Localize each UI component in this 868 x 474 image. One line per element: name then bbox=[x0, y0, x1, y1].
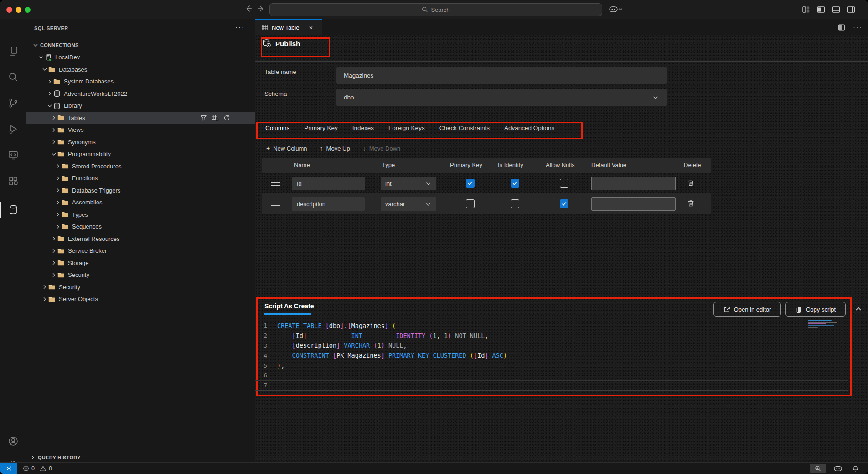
maximize-window-button[interactable] bbox=[25, 7, 31, 13]
move-down-button[interactable]: ↓ Move Down bbox=[363, 145, 401, 152]
source-control-icon[interactable] bbox=[0, 94, 26, 112]
query-history-section[interactable]: QUERY HISTORY bbox=[26, 453, 255, 462]
account-icon[interactable] bbox=[0, 432, 26, 450]
move-up-button[interactable]: ↑ Move Up bbox=[320, 145, 350, 152]
primary-key-checkbox[interactable] bbox=[466, 179, 475, 188]
tree-item-programmability[interactable]: Programmability bbox=[26, 148, 255, 161]
tree-item-types[interactable]: Types bbox=[26, 208, 255, 221]
customize-layout-icon[interactable] bbox=[801, 5, 811, 14]
publish-button[interactable]: Publish bbox=[262, 39, 300, 48]
minimap[interactable] bbox=[808, 319, 844, 331]
copilot-icon[interactable] bbox=[609, 5, 623, 14]
search-input[interactable]: Search bbox=[269, 3, 602, 16]
remote-indicator[interactable] bbox=[0, 463, 17, 474]
allow-nulls-checkbox[interactable] bbox=[560, 179, 568, 188]
is-identity-checkbox[interactable] bbox=[511, 179, 519, 188]
delete-trash-icon[interactable] bbox=[687, 179, 695, 187]
column-name-input[interactable] bbox=[292, 197, 365, 211]
sql-script-code[interactable]: 1CREATE TABLE [dbo].[Magazines] (2 [Id] … bbox=[255, 321, 848, 391]
close-icon[interactable]: × bbox=[309, 24, 313, 31]
refresh-icon[interactable] bbox=[223, 115, 230, 121]
code-line-7[interactable]: 7 bbox=[255, 380, 848, 391]
error-icon bbox=[23, 465, 29, 472]
tree-item-label: Types bbox=[72, 211, 88, 218]
designer-tab-advanced-options[interactable]: Advanced Options bbox=[504, 125, 554, 135]
more-actions-icon[interactable]: ··· bbox=[853, 23, 863, 31]
tree-item-database-triggers[interactable]: Database Triggers bbox=[26, 184, 255, 197]
copy-script-button[interactable]: Copy script bbox=[785, 302, 846, 317]
tree-item-synonyms[interactable]: Synonyms bbox=[26, 136, 255, 148]
tree-item-sequences[interactable]: Sequences bbox=[26, 221, 255, 233]
is-identity-checkbox[interactable] bbox=[511, 199, 519, 208]
notifications-bell-icon[interactable] bbox=[850, 464, 861, 473]
table-name-input[interactable] bbox=[336, 67, 666, 84]
code-line-6[interactable]: 6 bbox=[255, 370, 848, 380]
code-line-3[interactable]: 3 [description] VARCHAR (1) NULL, bbox=[255, 341, 848, 351]
column-name-input[interactable] bbox=[292, 177, 365, 190]
new-table-icon[interactable] bbox=[212, 114, 219, 121]
default-value-input[interactable] bbox=[591, 197, 676, 211]
panel-bottom-icon[interactable] bbox=[832, 5, 841, 14]
tree-item-tables[interactable]: Tables bbox=[26, 112, 255, 124]
tree-item-security[interactable]: Security bbox=[26, 269, 255, 281]
open-in-editor-button[interactable]: Open in editor bbox=[713, 302, 781, 317]
tree-item-localdev[interactable]: LocalDev bbox=[26, 52, 255, 64]
filter-icon[interactable] bbox=[200, 115, 207, 121]
tree-item-service-broker[interactable]: Service Broker bbox=[26, 245, 255, 257]
tree-item-views[interactable]: Views bbox=[26, 124, 255, 136]
zoom-indicator[interactable] bbox=[810, 464, 826, 473]
forward-icon[interactable] bbox=[257, 5, 265, 13]
tree-item-functions[interactable]: Functions bbox=[26, 172, 255, 185]
script-as-create-tab[interactable]: Script As Create bbox=[264, 302, 314, 310]
column-type-dropdown[interactable]: int bbox=[381, 177, 436, 190]
more-actions-icon[interactable]: ··· bbox=[235, 23, 245, 31]
designer-tab-columns[interactable]: Columns bbox=[265, 125, 289, 135]
files-icon[interactable] bbox=[0, 42, 26, 60]
panel-left-icon[interactable] bbox=[816, 5, 826, 14]
tree-item-adventureworkslt2022[interactable]: AdventureWorksLT2022 bbox=[26, 88, 255, 100]
tree-item-stored-procedures[interactable]: Stored Procedures bbox=[26, 160, 255, 172]
split-editor-icon[interactable] bbox=[837, 23, 846, 31]
extensions-icon[interactable] bbox=[0, 172, 26, 190]
tree-item-server-objects[interactable]: Server Objects bbox=[26, 293, 255, 306]
tree-item-storage[interactable]: Storage bbox=[26, 257, 255, 269]
primary-key-checkbox[interactable] bbox=[466, 199, 475, 208]
chevron-up-icon[interactable] bbox=[854, 305, 863, 313]
column-row-description: varchar bbox=[262, 193, 711, 214]
code-line-5[interactable]: 5); bbox=[255, 360, 848, 370]
tree-item-security[interactable]: Security bbox=[26, 281, 255, 293]
drag-handle-icon[interactable] bbox=[271, 201, 280, 208]
new-column-button[interactable]: + New Column bbox=[266, 145, 307, 152]
code-line-4[interactable]: 4 CONSTRAINT [PK_Magazines] PRIMARY KEY … bbox=[255, 350, 848, 360]
minimize-window-button[interactable] bbox=[16, 7, 21, 13]
back-icon[interactable] bbox=[244, 5, 253, 13]
tree-item-databases[interactable]: Databases bbox=[26, 63, 255, 76]
tab-new-table[interactable]: New Table × bbox=[255, 19, 322, 35]
drag-handle-icon[interactable] bbox=[271, 181, 280, 187]
code-line-2[interactable]: 2 [Id] INT IDENTITY (1, 1) NOT NULL, bbox=[255, 331, 848, 341]
sql-server-icon[interactable] bbox=[0, 201, 26, 219]
problems-status[interactable]: 0 0 bbox=[23, 465, 52, 472]
tree-item-assemblies[interactable]: Assemblies bbox=[26, 197, 255, 209]
allow-nulls-checkbox[interactable] bbox=[560, 199, 568, 208]
designer-tab-primary-key[interactable]: Primary Key bbox=[304, 125, 338, 135]
column-type-dropdown[interactable]: varchar bbox=[381, 197, 436, 211]
default-value-input[interactable] bbox=[591, 177, 676, 190]
run-debug-icon[interactable] bbox=[0, 120, 26, 138]
publish-database-icon bbox=[262, 39, 271, 48]
tree-item-external-resources[interactable]: External Resources bbox=[26, 233, 255, 245]
designer-tab-check-constraints[interactable]: Check Constraints bbox=[439, 125, 490, 135]
remote-explorer-icon[interactable] bbox=[0, 146, 26, 164]
designer-tab-indexes[interactable]: Indexes bbox=[352, 125, 374, 135]
close-window-button[interactable] bbox=[6, 7, 12, 13]
tree-item-library[interactable]: Library bbox=[26, 100, 255, 112]
designer-tab-foreign-keys[interactable]: Foreign Keys bbox=[388, 125, 425, 135]
schema-dropdown[interactable]: dbo bbox=[336, 89, 666, 106]
copilot-status-icon[interactable] bbox=[832, 464, 843, 473]
tree-item-system-databases[interactable]: System Databases bbox=[26, 76, 255, 88]
code-line-1[interactable]: 1CREATE TABLE [dbo].[Magazines] ( bbox=[255, 321, 848, 331]
panel-right-icon[interactable] bbox=[847, 5, 856, 14]
tree-item-connections[interactable]: CONNECTIONS bbox=[26, 39, 255, 52]
delete-trash-icon[interactable] bbox=[687, 199, 695, 207]
search-icon[interactable] bbox=[0, 68, 26, 86]
